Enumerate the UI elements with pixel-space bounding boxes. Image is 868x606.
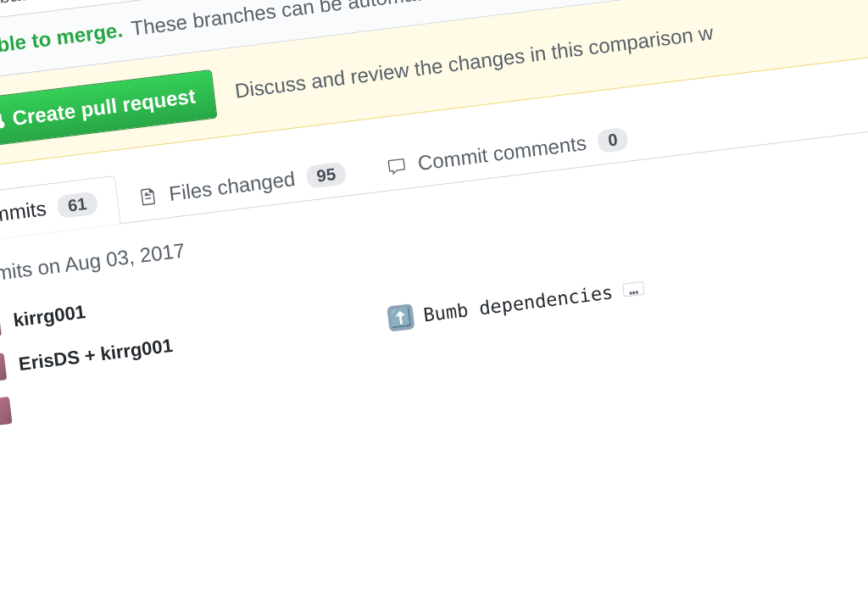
tab-commits-label: ommits: [0, 197, 47, 228]
avatar[interactable]: [0, 397, 13, 427]
commit-author[interactable]: kirrg001: [12, 301, 86, 331]
git-pull-request-icon: [0, 110, 5, 131]
create-pr-label: Create pull request: [11, 85, 197, 131]
avatar[interactable]: [0, 309, 2, 340]
tab-files-label: Files changed: [168, 167, 297, 206]
commits-count: 61: [57, 191, 98, 218]
create-pull-request-button[interactable]: Create pull request: [0, 69, 218, 149]
tab-comments-label: Commit comments: [416, 131, 587, 175]
file-diff-icon: [138, 186, 159, 208]
files-count: 95: [305, 161, 347, 188]
tab-commit-comments[interactable]: Commit comments 0: [364, 111, 652, 193]
comments-count: 0: [597, 126, 629, 153]
avatar[interactable]: [0, 353, 7, 383]
tab-files-changed[interactable]: Files changed 95: [115, 146, 370, 225]
tab-commits[interactable]: ommits 61: [0, 175, 121, 243]
merge-status-text: Able to merge.: [0, 18, 124, 58]
commit-expand-button[interactable]: …: [622, 281, 645, 297]
comment-icon: [387, 156, 408, 177]
arrow-up-icon: ⬆️: [387, 303, 415, 331]
base-fork-label: base fork:: [0, 0, 82, 8]
commit-author[interactable]: ErisDS + kirrg001: [18, 335, 175, 375]
